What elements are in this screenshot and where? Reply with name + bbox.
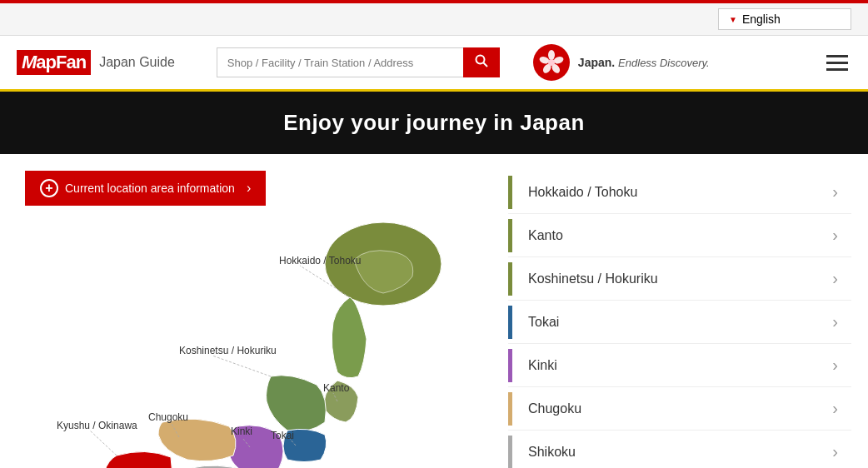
region-name-kinki: Kinki xyxy=(521,358,832,373)
svg-text:Tokai: Tokai xyxy=(271,430,294,441)
hamburger-menu[interactable] xyxy=(823,52,851,74)
chugoku-region[interactable] xyxy=(158,419,236,461)
location-button[interactable]: + Current location area information › xyxy=(25,171,266,206)
location-btn-label: Current location area information xyxy=(65,182,235,195)
japan-bold: Japan. xyxy=(578,56,615,69)
svg-text:Kinki: Kinki xyxy=(231,426,252,437)
search-input[interactable] xyxy=(217,47,463,77)
japan-brand: Japan. Endless Discovery. xyxy=(533,44,710,81)
hamburger-line-2 xyxy=(826,62,848,64)
region-list: Hokkaido / Tohoku›Kanto›Koshinetsu / Hok… xyxy=(508,171,851,468)
region-chevron-hokkaido-tohoku: › xyxy=(832,182,838,202)
svg-line-12 xyxy=(212,356,271,376)
svg-line-13 xyxy=(90,431,117,456)
region-chevron-kanto: › xyxy=(832,226,838,245)
svg-text:Chugoku: Chugoku xyxy=(148,411,188,423)
logo-m: M xyxy=(22,52,36,72)
region-item-shikoku[interactable]: Shikoku› xyxy=(508,431,851,468)
main-content: + Current location area information › xyxy=(0,154,868,468)
japan-label: Japan. Endless Discovery. xyxy=(578,56,710,69)
region-indicator-hokkaido-tohoku xyxy=(508,176,512,209)
search-icon xyxy=(475,54,488,67)
tohoku-region[interactable] xyxy=(332,297,367,378)
region-item-kanto[interactable]: Kanto› xyxy=(508,214,851,257)
svg-text:Koshinetsu / Hokuriku: Koshinetsu / Hokuriku xyxy=(179,345,277,356)
lang-arrow-icon: ▼ xyxy=(729,15,737,24)
region-name-kanto: Kanto xyxy=(521,228,832,243)
region-item-kinki[interactable]: Kinki› xyxy=(508,344,851,387)
kyushu-region[interactable] xyxy=(71,451,172,468)
language-label: English xyxy=(742,12,781,26)
region-indicator-kanto xyxy=(508,219,512,252)
japan-map[interactable]: Hokkaido / Tohoku Koshinetsu / Hokuriku … xyxy=(25,214,475,468)
cherry-blossom-icon xyxy=(536,47,566,77)
svg-point-8 xyxy=(548,59,555,66)
region-name-chugoku: Chugoku xyxy=(521,401,832,416)
region-name-koshinetsu-hokuriku: Koshinetsu / Hokuriku xyxy=(521,271,832,286)
region-indicator-chugoku xyxy=(508,392,512,426)
japan-tagline: Endless Discovery. xyxy=(618,57,710,69)
koshinetsu-region[interactable] xyxy=(267,376,327,432)
region-chevron-chugoku: › xyxy=(832,399,838,418)
region-name-hokkaido-tohoku: Hokkaido / Tohoku xyxy=(521,185,832,200)
search-area xyxy=(217,47,500,77)
svg-text:Hokkaido / Tohoku: Hokkaido / Tohoku xyxy=(279,255,362,266)
language-bar: ▼ English xyxy=(0,3,868,36)
header: MapFan Japan Guide Japa xyxy=(0,36,868,92)
region-item-chugoku[interactable]: Chugoku› xyxy=(508,387,851,431)
logo-rest: apFan xyxy=(36,52,86,72)
logo-box: MapFan xyxy=(17,50,91,75)
region-name-shikoku: Shikoku xyxy=(521,445,832,460)
region-item-hokkaido-tohoku[interactable]: Hokkaido / Tohoku› xyxy=(508,171,851,214)
logo-area: MapFan Japan Guide xyxy=(17,50,175,75)
region-indicator-kinki xyxy=(508,349,512,382)
region-item-koshinetsu-hokuriku[interactable]: Koshinetsu / Hokuriku› xyxy=(508,257,851,301)
svg-text:Kyushu / Okinawa: Kyushu / Okinawa xyxy=(57,420,137,431)
region-chevron-shikoku: › xyxy=(832,442,838,461)
svg-text:Kanto: Kanto xyxy=(323,382,350,394)
svg-line-1 xyxy=(483,63,487,67)
location-icon: + xyxy=(40,179,58,197)
japan-map-svg: Hokkaido / Tohoku Koshinetsu / Hokuriku … xyxy=(25,214,475,468)
search-button[interactable] xyxy=(463,47,500,77)
hero-text: Enjoy your journey in Japan xyxy=(283,110,585,135)
region-item-tokai[interactable]: Tokai› xyxy=(508,301,851,344)
region-indicator-tokai xyxy=(508,306,512,339)
hero-banner: Enjoy your journey in Japan xyxy=(0,92,868,154)
region-chevron-kinki: › xyxy=(832,356,838,375)
region-indicator-shikoku xyxy=(508,436,512,469)
guide-text: Japan Guide xyxy=(99,55,175,70)
hamburger-line-3 xyxy=(826,68,848,71)
region-chevron-tokai: › xyxy=(832,312,838,331)
svg-point-0 xyxy=(476,56,484,64)
region-indicator-koshinetsu-hokuriku xyxy=(508,262,512,296)
region-chevron-koshinetsu-hokuriku: › xyxy=(832,269,838,288)
region-name-tokai: Tokai xyxy=(521,315,832,330)
hamburger-line-1 xyxy=(826,55,848,57)
map-area: + Current location area information › xyxy=(25,171,491,468)
language-selector[interactable]: ▼ English xyxy=(718,8,851,30)
location-btn-arrow: › xyxy=(247,181,251,196)
svg-point-3 xyxy=(548,50,555,60)
japan-flower-icon xyxy=(533,44,570,81)
